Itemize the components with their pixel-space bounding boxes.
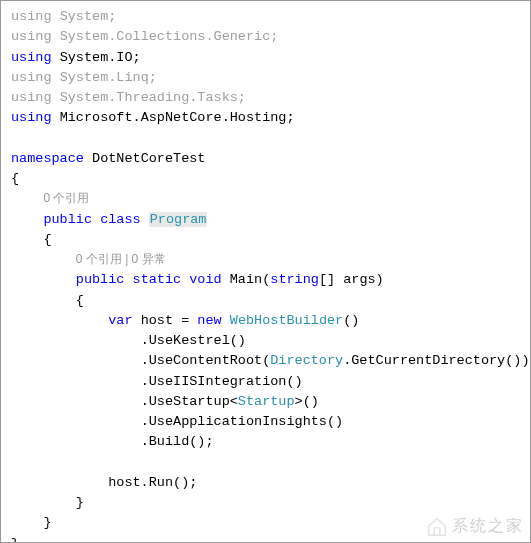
codelens-line: 0 个引用 | 0 异常 xyxy=(11,250,520,270)
brace-close: } xyxy=(11,493,520,513)
blank-line xyxy=(11,453,520,473)
namespace-ref: System.Threading.Tasks xyxy=(60,90,238,105)
keyword-using: using xyxy=(11,110,52,125)
var-decl: var host = new WebHostBuilder() xyxy=(11,311,520,331)
type-startup: Startup xyxy=(238,394,295,409)
getcurrentdir: .GetCurrentDirectory()) xyxy=(343,353,529,368)
brace-open: { xyxy=(11,230,520,250)
keyword-using: using xyxy=(11,50,52,65)
method-decl: public static void Main(string[] args) xyxy=(11,270,520,290)
keyword-namespace: namespace xyxy=(11,151,84,166)
var-name: host xyxy=(141,313,173,328)
keyword-string: string xyxy=(270,272,319,287)
chain-call: .UseContentRoot(Directory.GetCurrentDire… xyxy=(11,351,520,371)
using-line: using System.Linq; xyxy=(11,68,520,88)
keyword-new: new xyxy=(197,313,221,328)
keyword-var: var xyxy=(108,313,132,328)
namespace-ref: System xyxy=(60,9,109,24)
keyword-using: using xyxy=(11,9,52,24)
usestartup-post: >() xyxy=(295,394,319,409)
class-decl: public class Program xyxy=(11,210,520,230)
brace-close: } xyxy=(11,534,520,544)
class-name: Program xyxy=(149,212,208,227)
useappinsights: .UseApplicationInsights() xyxy=(141,414,344,429)
keyword-using: using xyxy=(11,90,52,105)
keyword-public: public xyxy=(43,212,92,227)
using-line: using System.IO; xyxy=(11,48,520,68)
chain-call: .Build(); xyxy=(11,432,520,452)
namespace-ref: System.IO xyxy=(60,50,133,65)
using-line: using System.Collections.Generic; xyxy=(11,27,520,47)
brace-close: } xyxy=(11,513,520,533)
namespace-name: DotNetCoreTest xyxy=(92,151,205,166)
keyword-public: public xyxy=(76,272,125,287)
keyword-using: using xyxy=(11,29,52,44)
keyword-using: using xyxy=(11,70,52,85)
using-line: using Microsoft.AspNetCore.Hosting; xyxy=(11,108,520,128)
chain-call: .UseStartup<Startup>() xyxy=(11,392,520,412)
code-editor: using System; using System.Collections.G… xyxy=(0,0,531,543)
param-name: args xyxy=(343,272,375,287)
build: .Build(); xyxy=(141,434,214,449)
chain-call: .UseApplicationInsights() xyxy=(11,412,520,432)
codelens-main[interactable]: 0 个引用 | 0 异常 xyxy=(76,252,166,266)
stmt: host.Run(); xyxy=(11,473,520,493)
host-run: host.Run(); xyxy=(108,475,197,490)
type-directory: Directory xyxy=(270,353,343,368)
namespace-line: namespace DotNetCoreTest xyxy=(11,149,520,169)
namespace-ref: Microsoft.AspNetCore.Hosting xyxy=(60,110,287,125)
namespace-ref: System.Linq xyxy=(60,70,149,85)
usecontentroot: .UseContentRoot( xyxy=(141,353,271,368)
namespace-ref: System.Collections.Generic xyxy=(60,29,271,44)
keyword-class: class xyxy=(100,212,141,227)
using-line: using System.Threading.Tasks; xyxy=(11,88,520,108)
brace-open: { xyxy=(11,291,520,311)
codelens-class[interactable]: 0 个引用 xyxy=(43,191,89,205)
brace-open: { xyxy=(11,169,520,189)
keyword-static: static xyxy=(133,272,182,287)
type-webhostbuilder: WebHostBuilder xyxy=(230,313,343,328)
blank-line xyxy=(11,129,520,149)
using-line: using System; xyxy=(11,7,520,27)
codelens-line: 0 个引用 xyxy=(11,189,520,209)
chain-call: .UseKestrel() xyxy=(11,331,520,351)
useiis: .UseIISIntegration() xyxy=(141,374,303,389)
usekestrel: .UseKestrel() xyxy=(141,333,246,348)
chain-call: .UseIISIntegration() xyxy=(11,372,520,392)
method-name: Main xyxy=(230,272,262,287)
usestartup-pre: .UseStartup< xyxy=(141,394,238,409)
keyword-void: void xyxy=(189,272,221,287)
